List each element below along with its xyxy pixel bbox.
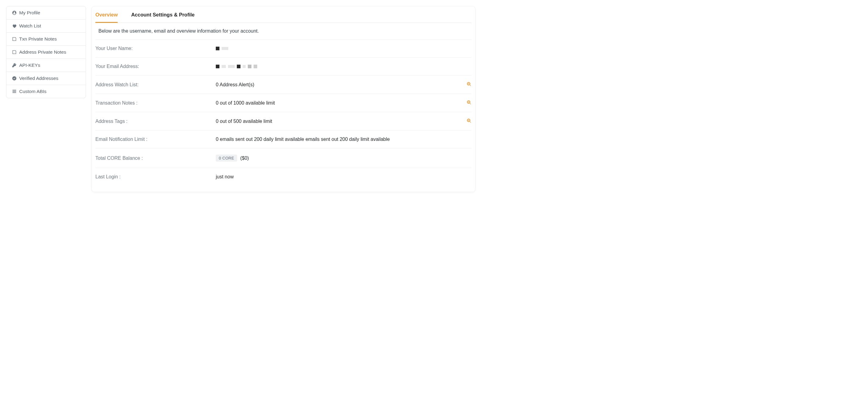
sidebar-item-address-notes[interactable]: Address Private Notes (6, 46, 86, 59)
row-watchlist-label: Address Watch List: (95, 82, 216, 88)
tabs: Overview Account Settings & Profile (95, 6, 471, 23)
sidebar-item-label: Address Private Notes (19, 50, 66, 55)
row-last-login-label: Last Login : (95, 174, 216, 180)
note-icon (12, 50, 17, 55)
row-email: Your Email Address: (95, 57, 471, 75)
row-balance-label: Total CORE Balance : (95, 155, 216, 161)
row-last-login-value: just now (216, 174, 471, 180)
user-circle-icon (12, 10, 17, 15)
account-overview-panel: Overview Account Settings & Profile Belo… (91, 6, 475, 192)
heart-icon (12, 24, 17, 28)
row-last-login: Last Login : just now (95, 168, 471, 186)
txn-notes-view-button[interactable] (467, 100, 471, 106)
watchlist-view-button[interactable] (467, 82, 471, 88)
zoom-icon (467, 82, 471, 88)
row-username-label: Your User Name: (95, 46, 216, 51)
sidebar-item-label: Txn Private Notes (19, 36, 57, 42)
row-email-label: Your Email Address: (95, 64, 216, 69)
svg-rect-2 (12, 91, 16, 92)
tab-overview[interactable]: Overview (95, 6, 118, 23)
row-address-tags-label: Address Tags : (95, 119, 216, 124)
note-icon (12, 37, 17, 41)
zoom-icon (467, 118, 471, 124)
redacted-email (216, 65, 257, 68)
svg-rect-1 (12, 90, 16, 91)
account-sidebar: My Profile Watch List Txn Private Notes … (6, 6, 86, 98)
overview-intro-text: Below are the username, email and overvi… (95, 23, 471, 39)
address-tags-view-button[interactable] (467, 118, 471, 124)
tab-account-settings[interactable]: Account Settings & Profile (131, 6, 194, 23)
row-address-tags: Address Tags : 0 out of 500 available li… (95, 112, 471, 130)
svg-point-0 (12, 76, 16, 80)
row-balance: Total CORE Balance : 0 CORE ($0) (95, 148, 471, 168)
key-icon (12, 63, 17, 68)
row-email-notif-label: Email Notification Limit : (95, 136, 216, 142)
stack-icon (12, 89, 17, 94)
sidebar-item-label: Watch List (19, 23, 41, 29)
sidebar-item-watch-list[interactable]: Watch List (6, 20, 86, 33)
row-address-tags-value: 0 out of 500 available limit (216, 119, 467, 124)
row-username-value (216, 47, 471, 50)
row-username: Your User Name: (95, 39, 471, 57)
sidebar-item-label: API-KEYs (19, 62, 40, 68)
sidebar-item-label: Custom ABIs (19, 89, 46, 94)
row-txn-notes-label: Transaction Notes : (95, 100, 216, 106)
sidebar-item-custom-abis[interactable]: Custom ABIs (6, 85, 86, 98)
sidebar-item-label: My Profile (19, 10, 40, 16)
balance-badge: 0 CORE (216, 155, 237, 162)
row-email-notif: Email Notification Limit : 0 emails sent… (95, 130, 471, 148)
zoom-icon (467, 100, 471, 106)
row-txn-notes: Transaction Notes : 0 out of 1000 availa… (95, 94, 471, 112)
sidebar-item-api-keys[interactable]: API-KEYs (6, 59, 86, 72)
row-watchlist: Address Watch List: 0 Address Alert(s) (95, 75, 471, 94)
sidebar-item-txn-notes[interactable]: Txn Private Notes (6, 33, 86, 46)
balance-usd: ($0) (240, 155, 249, 161)
row-txn-notes-value: 0 out of 1000 available limit (216, 100, 467, 106)
check-badge-icon (12, 76, 17, 81)
redacted-username (216, 47, 228, 50)
sidebar-item-my-profile[interactable]: My Profile (6, 6, 86, 20)
row-email-value (216, 65, 471, 68)
row-watchlist-value: 0 Address Alert(s) (216, 82, 467, 88)
row-email-notif-value: 0 emails sent out 200 daily limit availa… (216, 136, 471, 142)
sidebar-item-label: Verified Addresses (19, 75, 58, 81)
row-balance-value: 0 CORE ($0) (216, 155, 471, 162)
sidebar-item-verified-addresses[interactable]: Verified Addresses (6, 72, 86, 85)
svg-rect-3 (12, 92, 16, 93)
